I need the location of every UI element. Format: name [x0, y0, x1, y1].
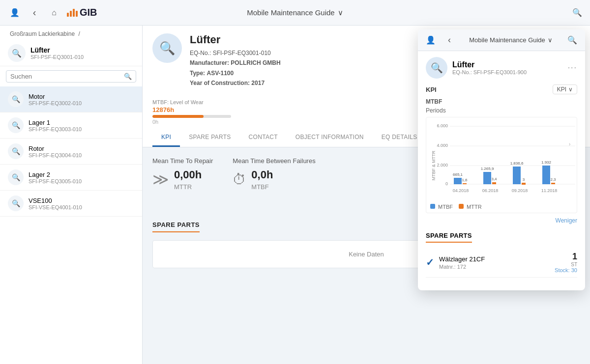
kpi-sub-label: MTBF: [426, 98, 577, 105]
svg-rect-9: [454, 178, 462, 184]
overlay-user-icon[interactable]: 👤: [424, 33, 438, 47]
overlay-title: Mobile Maintenance Guide ∨: [461, 36, 560, 44]
list-item-info: Motor SFI-PSF-EQ3002-010: [29, 93, 82, 106]
sidebar-item-motor[interactable]: 🔍 Motor SFI-PSF-EQ3002-010: [0, 86, 142, 112]
svg-rect-19: [522, 183, 526, 185]
kpi-progress-bar: [152, 115, 231, 118]
breadcrumb[interactable]: Großraum Lackierkabine /: [0, 26, 142, 40]
search-icon[interactable]: 🔍: [572, 8, 582, 17]
logo-bars: [67, 9, 78, 17]
svg-rect-13: [483, 172, 491, 184]
overlay-item-info: Lüfter EQ-No.: SFI-PSF-EQ3001-900: [452, 60, 527, 75]
svg-text:1,6: 1,6: [462, 178, 468, 182]
sidebar-item-vse100[interactable]: 🔍 VSE100 SFI-VSE-EQ4001-010: [0, 191, 142, 217]
kpi-block: MTBF: Level of Wear 12876h 0h: [152, 99, 231, 125]
back-icon[interactable]: ‹: [28, 6, 41, 20]
chart-area: 6.000 4.000 2.000 0 MTBF & MTTR: [426, 117, 577, 213]
overlay-more-btn[interactable]: ···: [568, 63, 577, 72]
svg-text:4.000: 4.000: [437, 143, 448, 148]
logo-bar-3: [73, 9, 75, 17]
list-item-icon: 🔍: [8, 91, 24, 107]
home-icon[interactable]: ⌂: [47, 6, 61, 20]
overlay-back-icon[interactable]: ‹: [442, 33, 456, 47]
search-box[interactable]: 🔍: [6, 70, 136, 83]
overlay-kpi-section: KPI KPI ∨ MTBF Periods 6.000 4.000 2.000…: [426, 84, 577, 224]
kpi-chart: 6.000 4.000 2.000 0 MTBF & MTTR: [430, 121, 578, 200]
year-row: Year of Construction: 2017: [190, 78, 281, 88]
svg-text:MTBF & MTTR: MTBF & MTTR: [431, 150, 436, 180]
overlay-search-icon[interactable]: 🔍: [565, 33, 579, 47]
tab-object-information[interactable]: OBJECT INFORMATION: [287, 129, 373, 147]
overlay-body: 🔍 Lüfter EQ-No.: SFI-PSF-EQ3001-900 ··· …: [418, 51, 585, 290]
svg-text:0: 0: [445, 181, 448, 186]
list-item-info: Lager 1 SFI-PSF-EQ3003-010: [29, 119, 82, 132]
tab-kpi[interactable]: KPI: [152, 129, 180, 147]
overlay-card: 👤 ‹ Mobile Maintenance Guide ∨ 🔍 🔍 Lüfte…: [418, 29, 585, 290]
svg-text:1.932: 1.932: [541, 160, 552, 165]
legend-mtbf: MTBF: [430, 204, 453, 210]
header-info: Lüfter EQ-No.: SFI-PSF-EQ3001-010 Manufa…: [190, 33, 281, 88]
logo-text: GIB: [80, 7, 97, 18]
sidebar-list: 🔍 Motor SFI-PSF-EQ3002-010 🔍 Lager 1 SFI…: [0, 86, 142, 364]
eq-number: EQ-No.: SFI-PSF-EQ3001-010: [190, 48, 281, 58]
manufacturer-row: Manufacturer: POLLRICH GMBH: [190, 58, 281, 68]
sidebar-item-rotor[interactable]: 🔍 Rotor SFI-PSF-EQ3004-010: [0, 139, 142, 165]
tab-contact[interactable]: CONTACT: [240, 129, 287, 147]
weniger-link[interactable]: Weniger: [426, 217, 577, 224]
selected-item-info: Lüfter SFI-PSF-EQ3001-010: [30, 46, 84, 60]
mttr-icon: ≫: [152, 170, 169, 189]
top-bar: 👤 ‹ ⌂ GIB Mobile Maintenance Guide ∨ 🔍: [0, 0, 590, 26]
svg-rect-21: [542, 166, 550, 184]
list-item-icon: 🔍: [8, 196, 24, 211]
legend-mttr: MTTR: [459, 204, 482, 210]
search-input[interactable]: [10, 73, 121, 80]
svg-text:665,1: 665,1: [453, 172, 463, 177]
overlay-spare-parts: SPARE PARTS ✓ Wälzlager 21CF Matnr.: 172…: [426, 231, 577, 278]
sidebar-selected-item: 🔍 Lüfter SFI-PSF-EQ3001-010: [0, 40, 142, 66]
sidebar-item-lager1[interactable]: 🔍 Lager 1 SFI-PSF-EQ3003-010: [0, 112, 142, 139]
svg-text:3,4: 3,4: [491, 177, 497, 181]
logo: GIB: [67, 7, 97, 18]
spare-parts-title: SPARE PARTS: [152, 221, 200, 232]
svg-text:6.000: 6.000: [437, 123, 448, 128]
svg-text:04.2018: 04.2018: [453, 188, 469, 193]
overlay-device-icon: 🔍: [426, 57, 447, 79]
overlay-section-header: KPI KPI ∨: [426, 84, 577, 94]
spare-part-item: ✓ Wälzlager 21CF Matnr.: 172 1 ST Stock:…: [426, 248, 577, 278]
list-item-icon: 🔍: [8, 143, 24, 159]
spare-stock: Stock: 30: [555, 267, 577, 273]
spare-info: Wälzlager 21CF Matnr.: 172: [439, 255, 550, 270]
search-icon[interactable]: 🔍: [124, 73, 132, 80]
sidebar-item-lager2[interactable]: 🔍 Lager 2 SFI-PSF-EQ3005-010: [0, 165, 142, 191]
svg-text:1.265,9: 1.265,9: [481, 167, 494, 171]
svg-text:2,3: 2,3: [550, 177, 556, 182]
device-icon: 🔍: [152, 33, 182, 63]
user-icon[interactable]: 👤: [8, 6, 22, 20]
app-title[interactable]: Mobile Maintenance Guide ∨: [247, 8, 343, 17]
top-bar-left: 👤 ‹ ⌂ GIB: [8, 6, 97, 20]
device-name: Lüfter: [190, 33, 281, 46]
legend-dot-mtbf: [430, 204, 435, 209]
svg-rect-15: [492, 182, 496, 184]
svg-rect-11: [463, 183, 467, 184]
logo-bar-1: [67, 13, 69, 17]
logo-bar-4: [76, 11, 78, 17]
kpi-card-value-row: ⏱ 0,0h MTBF: [233, 168, 315, 191]
sidebar: Großraum Lackierkabine / 🔍 Lüfter SFI-PS…: [0, 26, 143, 364]
svg-rect-23: [551, 183, 555, 184]
svg-text:3: 3: [523, 177, 525, 182]
list-item-icon: 🔍: [8, 117, 24, 133]
list-item-icon: 🔍: [8, 169, 24, 185]
kpi-dropdown[interactable]: KPI ∨: [553, 84, 577, 94]
selected-item-icon: 🔍: [8, 44, 26, 62]
overlay-spare-parts-title: SPARE PARTS: [426, 232, 472, 243]
overlay-header-item: 🔍 Lüfter EQ-No.: SFI-PSF-EQ3001-900 ···: [426, 57, 577, 79]
chevron-down-icon: ∨: [338, 8, 343, 17]
svg-rect-17: [513, 167, 521, 184]
legend-dot-mttr: [459, 204, 464, 209]
type-row: Type: ASV-1100: [190, 68, 281, 78]
svg-text:1.836,6: 1.836,6: [510, 161, 524, 166]
tab-spare-parts[interactable]: SPARE PARTS: [180, 129, 239, 147]
logo-bar-2: [70, 11, 72, 17]
kpi-card-mtbf: Mean Time Between Failures ⏱ 0,0h MTBF: [233, 157, 315, 191]
